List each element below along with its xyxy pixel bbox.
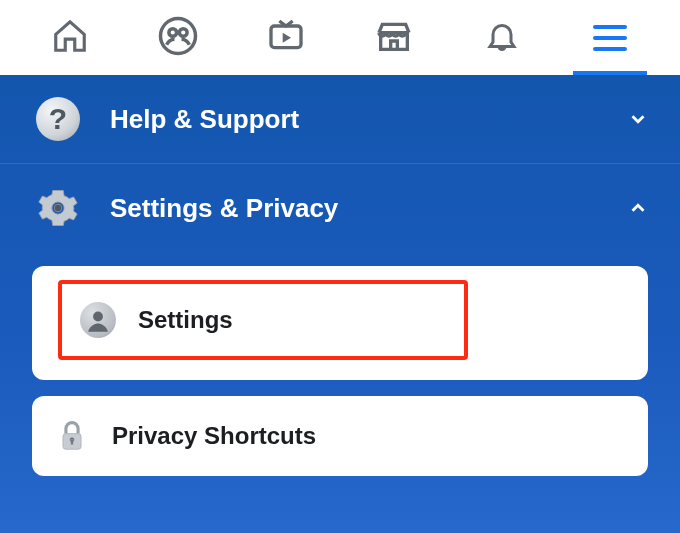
svg-rect-8 [71,440,73,445]
gear-icon [36,186,80,230]
nav-groups[interactable] [133,0,223,75]
submenu-settings-label: Settings [138,306,233,334]
watch-icon [266,16,306,60]
menu-settings-privacy-label: Settings & Privacy [110,193,624,224]
chevron-up-icon [624,194,652,222]
avatar-icon [80,302,116,338]
submenu-privacy-shortcuts[interactable]: Privacy Shortcuts [32,396,648,476]
menu-help-support[interactable]: ? Help & Support [0,75,680,164]
help-icon: ? [36,97,80,141]
svg-point-0 [161,18,196,53]
settings-privacy-submenu: Settings Privacy Shortcuts [0,252,680,476]
svg-point-2 [179,28,187,36]
svg-point-5 [93,312,103,322]
menu-help-label: Help & Support [110,104,624,135]
svg-point-1 [169,28,177,36]
home-icon [51,17,89,59]
chevron-down-icon [624,105,652,133]
top-nav [0,0,680,75]
svg-point-4 [54,204,62,212]
nav-watch[interactable] [241,0,331,75]
menu-panel: ? Help & Support Settings & Privacy Sett… [0,75,680,533]
bell-icon [484,18,520,58]
settings-card-wrapper[interactable]: Settings [32,266,648,380]
menu-icon [593,25,627,51]
marketplace-icon [374,16,414,60]
nav-menu[interactable] [565,0,655,75]
nav-marketplace[interactable] [349,0,439,75]
groups-icon [157,15,199,61]
submenu-privacy-shortcuts-label: Privacy Shortcuts [112,422,316,450]
lock-icon [54,418,90,454]
menu-settings-privacy[interactable]: Settings & Privacy [0,164,680,252]
nav-notifications[interactable] [457,0,547,75]
submenu-settings[interactable]: Settings [58,280,468,360]
nav-home[interactable] [25,0,115,75]
